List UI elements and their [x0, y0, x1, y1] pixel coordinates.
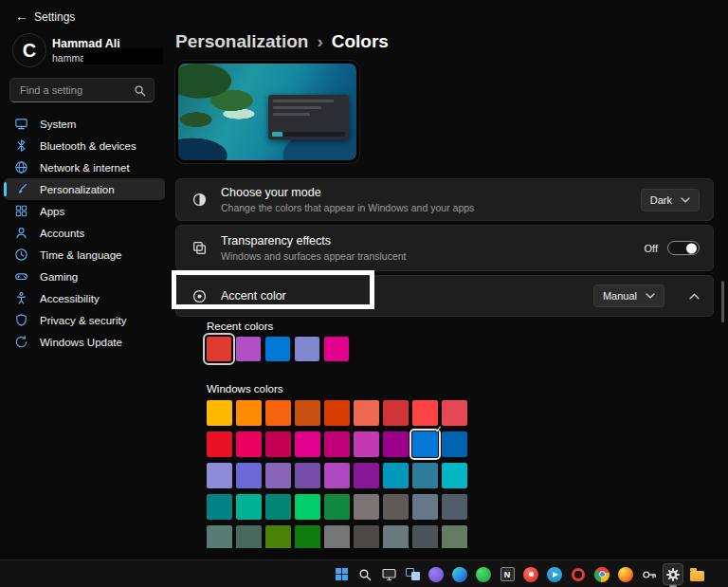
color-swatch[interactable]	[324, 525, 350, 548]
discord-app-button[interactable]	[426, 563, 446, 585]
color-swatch[interactable]	[383, 494, 409, 520]
color-swatch[interactable]	[295, 431, 320, 457]
color-swatch[interactable]	[324, 337, 349, 361]
color-swatch[interactable]	[354, 431, 379, 457]
color-swatch[interactable]	[236, 337, 261, 361]
color-swatch[interactable]	[265, 400, 291, 426]
color-swatch[interactable]	[412, 400, 438, 426]
gear-icon	[665, 567, 681, 582]
color-swatch[interactable]	[383, 400, 409, 426]
settings-app-button[interactable]	[663, 563, 683, 585]
color-swatch[interactable]	[236, 463, 262, 488]
color-swatch[interactable]	[383, 463, 409, 488]
passkey-app-button[interactable]	[639, 563, 660, 585]
color-swatch[interactable]	[265, 431, 291, 457]
color-swatch[interactable]	[324, 463, 350, 488]
color-swatch[interactable]	[295, 525, 320, 548]
color-swatch[interactable]	[324, 494, 350, 520]
firefox-icon	[618, 567, 633, 582]
color-swatch[interactable]	[265, 337, 290, 361]
color-swatch[interactable]	[442, 494, 467, 520]
choose-mode-card[interactable]: Choose your mode Change the colors that …	[175, 178, 714, 221]
sidebar-item-apps[interactable]: Apps	[4, 200, 165, 222]
back-button[interactable]: ←	[15, 9, 28, 24]
color-swatch[interactable]	[442, 463, 467, 488]
notion-app-button[interactable]: N	[497, 563, 518, 585]
color-swatch[interactable]	[295, 337, 319, 361]
sidebar-item-label: Bluetooth & devices	[40, 140, 136, 152]
start-button[interactable]	[331, 563, 352, 585]
transparency-toggle[interactable]	[667, 241, 700, 255]
sidebar-item-privacy-security[interactable]: Privacy & security	[4, 309, 165, 331]
chrome-app-button[interactable]	[592, 563, 612, 585]
mode-dropdown[interactable]: Dark	[641, 189, 700, 211]
edge-icon	[452, 567, 467, 582]
breadcrumb-parent[interactable]: Personalization	[175, 31, 308, 51]
color-swatch[interactable]	[354, 400, 379, 426]
sidebar-item-gaming[interactable]: Gaming	[4, 266, 165, 287]
search-input[interactable]: Find a setting	[9, 78, 155, 102]
color-swatch[interactable]	[207, 494, 232, 520]
accent-mode-dropdown[interactable]: Manual	[593, 284, 664, 307]
color-swatch[interactable]	[265, 494, 291, 520]
scrollbar-thumb[interactable]	[721, 281, 724, 322]
color-swatch[interactable]	[207, 400, 232, 426]
color-swatch[interactable]	[236, 525, 262, 548]
firefox-app-button[interactable]	[615, 563, 636, 585]
sidebar-item-label: Accessibility	[40, 293, 100, 304]
sidebar-item-personalization[interactable]: Personalization	[4, 178, 165, 200]
color-swatch[interactable]	[442, 400, 467, 426]
sidebar-item-time-language[interactable]: Time & language	[4, 244, 165, 266]
color-swatch[interactable]	[236, 431, 262, 457]
sidebar-item-network-internet[interactable]: Network & internet	[4, 156, 165, 178]
color-swatch[interactable]	[383, 431, 409, 457]
chevron-up-icon[interactable]	[689, 293, 700, 300]
color-swatch[interactable]	[324, 400, 350, 426]
sidebar-item-bluetooth-devices[interactable]: Bluetooth & devices	[4, 135, 165, 156]
transparency-card[interactable]: Transparency effects Windows and surface…	[175, 225, 714, 271]
color-swatch[interactable]	[442, 525, 467, 548]
color-swatch[interactable]	[295, 494, 320, 520]
file-explorer-button[interactable]	[686, 563, 707, 585]
opera-app-button[interactable]	[568, 563, 589, 585]
task-view-button[interactable]	[402, 563, 423, 585]
search-icon	[358, 568, 372, 581]
color-swatch[interactable]	[354, 463, 379, 488]
red-app-button[interactable]	[520, 563, 541, 585]
sidebar-item-accounts[interactable]: Accounts	[4, 222, 165, 244]
color-swatch[interactable]	[236, 494, 262, 520]
color-swatch[interactable]	[412, 494, 438, 520]
color-swatch[interactable]	[295, 400, 320, 426]
whatsapp-app-button[interactable]	[473, 563, 494, 585]
color-swatch[interactable]	[412, 463, 438, 488]
color-swatch[interactable]	[207, 525, 232, 548]
taskbar-search-button[interactable]	[355, 563, 375, 585]
telegram-app-button[interactable]	[544, 563, 565, 585]
accessibility-icon	[14, 291, 28, 305]
color-swatch[interactable]	[265, 525, 291, 548]
color-swatch[interactable]	[354, 494, 379, 520]
color-swatch[interactable]: ✓	[412, 431, 438, 457]
edge-app-button[interactable]	[449, 563, 470, 585]
breadcrumb: Personalization›Colors	[175, 31, 389, 52]
avatar[interactable]: C	[12, 33, 46, 67]
color-swatch[interactable]	[207, 337, 231, 361]
color-swatch[interactable]	[207, 463, 232, 488]
color-swatch[interactable]	[324, 431, 350, 457]
sidebar-item-accessibility[interactable]: Accessibility	[4, 287, 165, 309]
sidebar-item-system[interactable]: System	[4, 113, 165, 135]
monitor-icon	[382, 567, 396, 581]
color-swatch[interactable]	[295, 463, 320, 488]
color-swatch[interactable]	[265, 463, 291, 488]
shield-icon	[14, 313, 28, 327]
sidebar-item-windows-update[interactable]: Windows Update	[4, 331, 165, 353]
color-swatch[interactable]	[207, 431, 232, 457]
desktop-app-button[interactable]	[378, 563, 399, 585]
color-swatch[interactable]	[383, 525, 409, 548]
color-swatch[interactable]	[354, 525, 379, 548]
color-swatch[interactable]	[442, 431, 467, 457]
color-swatch[interactable]	[236, 400, 262, 426]
accent-title: Accent color	[221, 289, 286, 303]
accent-color-card[interactable]: Accent color Manual	[175, 275, 714, 317]
color-swatch[interactable]	[412, 525, 438, 548]
